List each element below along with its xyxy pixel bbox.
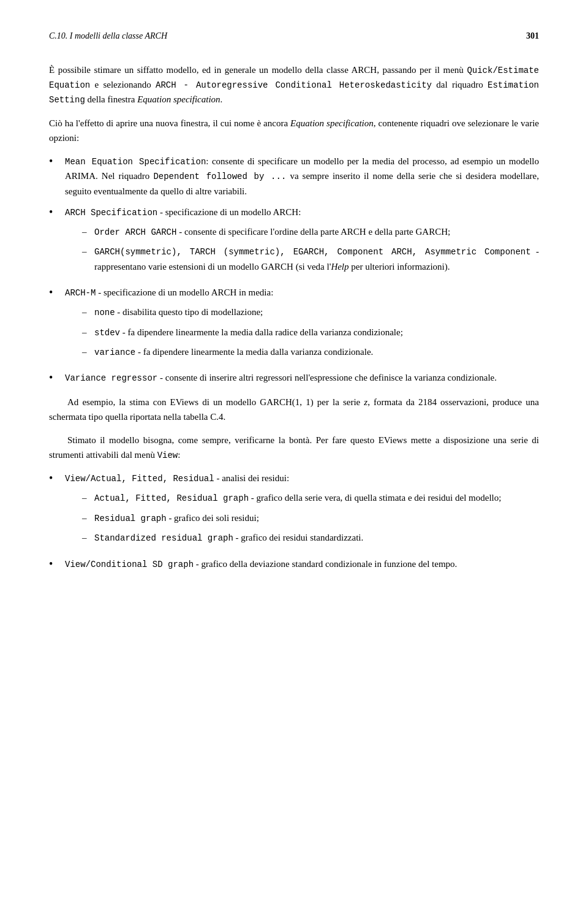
example-text-1: Ad esempio, la stima con EViews di un mo… bbox=[67, 397, 364, 407]
dash-icon-5: – bbox=[82, 344, 94, 359]
std-residual-text: - grafico dei residui standardizzati. bbox=[233, 533, 363, 542]
view-cond-sd-code: View/Conditional SD graph bbox=[65, 560, 194, 569]
dash-icon-8: – bbox=[82, 530, 94, 545]
arch-spec-sub-list: – Order ARCH GARCH - consente di specifi… bbox=[82, 224, 539, 274]
intro-code-2: ARCH - Autoregressive Conditional Hetero… bbox=[156, 80, 432, 90]
example-paragraph: Ad esempio, la stima con EViews di un mo… bbox=[49, 395, 539, 424]
bullet-icon-1: • bbox=[49, 154, 60, 169]
view-cond-sd-text: - grafico della deviazione standard cond… bbox=[194, 559, 457, 569]
view-cond-sd-content: View/Conditional SD graph - grafico dell… bbox=[65, 557, 539, 571]
dash-icon-7: – bbox=[82, 511, 94, 525]
sub-item-garch-types: – GARCH(symmetric), TARCH (symmetric), E… bbox=[82, 244, 539, 273]
stdev-text: - fa dipendere linearmente la media dall… bbox=[120, 327, 403, 337]
mean-eq-code2: Dependent followed by ... bbox=[153, 172, 286, 181]
list-item-arch-m: • ARCH-M - specificazione di un modello … bbox=[49, 285, 539, 365]
intro-text-3: dal riquadro bbox=[432, 80, 488, 89]
list-item-variance-reg: • Variance regressor - consente di inser… bbox=[49, 370, 539, 386]
arch-spec-text: - specificazione di un modello ARCH: bbox=[157, 207, 301, 217]
dash-icon-3: – bbox=[82, 305, 94, 319]
afr-graph-content: Actual, Fitted, Residual graph - grafico… bbox=[94, 490, 539, 505]
stimato-code: View bbox=[157, 450, 178, 460]
view-actual-code: View/Actual, Fitted, Residual bbox=[65, 474, 214, 484]
variance-reg-code: Variance regressor bbox=[65, 373, 157, 383]
header-page-number: 301 bbox=[526, 29, 539, 43]
sub-item-afr-graph: – Actual, Fitted, Residual graph - grafi… bbox=[82, 490, 539, 505]
arch-m-sub-list: – none - disabilita questo tipo di model… bbox=[82, 305, 539, 359]
second-italic: Equation specification bbox=[290, 118, 374, 128]
main-bullet-list: • Mean Equation Specification: consente … bbox=[49, 154, 539, 386]
residual-graph-code: Residual graph bbox=[94, 514, 167, 523]
arch-m-code: ARCH-M bbox=[65, 288, 96, 298]
bullet-icon-3: • bbox=[49, 285, 60, 300]
page-header: C.10. I modelli della classe ARCH 301 bbox=[49, 29, 539, 43]
list-item-arch-spec: • ARCH Specification - specificazione di… bbox=[49, 205, 539, 279]
view-bullet-list: • View/Actual, Fitted, Residual - analis… bbox=[49, 471, 539, 572]
view-actual-content: View/Actual, Fitted, Residual - analisi … bbox=[65, 471, 539, 550]
afr-graph-code: Actual, Fitted, Residual graph bbox=[94, 493, 249, 503]
bullet-icon-4: • bbox=[49, 370, 60, 386]
bullet-icon-2: • bbox=[49, 205, 60, 220]
list-item-mean-eq: • Mean Equation Specification: consente … bbox=[49, 154, 539, 199]
arch-m-content: ARCH-M - specificazione di un modello AR… bbox=[65, 285, 539, 365]
residual-graph-content: Residual graph - grafico dei soli residu… bbox=[94, 511, 539, 525]
intro-text-5: . bbox=[221, 94, 223, 104]
arch-spec-code: ARCH Specification bbox=[65, 208, 157, 218]
variance-reg-text: - consente di inserire altri regressori … bbox=[157, 373, 497, 382]
stimato-text-1: Stimato il modello bisogna, come sempre,… bbox=[49, 435, 539, 460]
list-item-view-cond-sd: • View/Conditional SD graph - grafico de… bbox=[49, 557, 539, 572]
std-residual-content: Standardized residual graph - grafico de… bbox=[94, 530, 539, 545]
sub-item-variance: – variance - fa dipendere linearmente la… bbox=[82, 344, 539, 359]
sub-item-residual-graph: – Residual graph - grafico dei soli resi… bbox=[82, 511, 539, 525]
dash-icon-1: – bbox=[82, 224, 94, 239]
none-content: none - disabilita questo tipo di modella… bbox=[94, 305, 539, 319]
second-paragraph: Ciò ha l'effetto di aprire una nuova fin… bbox=[49, 116, 539, 145]
sub-item-order: – Order ARCH GARCH - consente di specifi… bbox=[82, 224, 539, 239]
second-text-1: Ciò ha l'effetto di aprire una nuova fin… bbox=[49, 118, 290, 128]
intro-text-4: della finestra bbox=[85, 94, 137, 104]
intro-paragraph: È possibile stimare un siffatto modello,… bbox=[49, 63, 539, 107]
variance-reg-content: Variance regressor - consente di inserir… bbox=[65, 370, 539, 385]
dash-icon-2: – bbox=[82, 244, 94, 259]
main-content: È possibile stimare un siffatto modello,… bbox=[49, 63, 539, 572]
arch-spec-content: ARCH Specification - specificazione di u… bbox=[65, 205, 539, 279]
intro-text-2: e selezionando bbox=[90, 80, 156, 89]
dash-icon-4: – bbox=[82, 325, 94, 340]
variance-text: - fa dipendere linearmente la media dall… bbox=[135, 347, 373, 357]
residual-graph-text: - grafico dei soli residui; bbox=[167, 513, 259, 523]
variance-content: variance - fa dipendere linearmente la m… bbox=[94, 344, 539, 359]
stimato-text-2: : bbox=[178, 450, 180, 460]
header-chapter: C.10. I modelli della classe ARCH bbox=[49, 29, 167, 43]
bullet-icon-6: • bbox=[49, 557, 60, 572]
dash-icon-6: – bbox=[82, 490, 94, 505]
sub-item-stdev: – stdev - fa dipendere linearmente la me… bbox=[82, 325, 539, 340]
none-code: none bbox=[94, 308, 115, 317]
afr-graph-text: - grafico della serie vera, di quella st… bbox=[249, 493, 501, 503]
mean-eq-code: Mean Equation Specification bbox=[65, 157, 206, 167]
arch-m-text: - specificazione di un modello ARCH in m… bbox=[96, 287, 273, 297]
stdev-code: stdev bbox=[94, 328, 120, 338]
sub-item-std-residual: – Standardized residual graph - grafico … bbox=[82, 530, 539, 545]
sub-item-none: – none - disabilita questo tipo di model… bbox=[82, 305, 539, 319]
garch-help-italic: Help bbox=[331, 262, 349, 272]
bullet-icon-5: • bbox=[49, 471, 60, 486]
list-item-view-actual: • View/Actual, Fitted, Residual - analis… bbox=[49, 471, 539, 550]
garch-types-text2: per ulteriori informazioni). bbox=[349, 262, 450, 272]
std-residual-code: Standardized residual graph bbox=[94, 533, 233, 543]
view-actual-sub-list: – Actual, Fitted, Residual graph - grafi… bbox=[82, 490, 539, 545]
view-actual-text: - analisi dei residui: bbox=[214, 473, 289, 483]
stimato-paragraph: Stimato il modello bisogna, come sempre,… bbox=[49, 433, 539, 462]
mean-eq-content: Mean Equation Specification: consente di… bbox=[65, 154, 539, 199]
stdev-content: stdev - fa dipendere linearmente la medi… bbox=[94, 325, 539, 340]
page: C.10. I modelli della classe ARCH 301 È … bbox=[0, 0, 588, 920]
order-content: Order ARCH GARCH - consente di specifica… bbox=[94, 224, 539, 239]
garch-types-content: GARCH(symmetric), TARCH (symmetric), EGA… bbox=[94, 244, 539, 273]
intro-text-1: È possibile stimare un siffatto modello,… bbox=[49, 65, 467, 75]
garch-types-code: GARCH(symmetric), TARCH (symmetric), EGA… bbox=[94, 247, 531, 257]
variance-code: variance bbox=[94, 348, 135, 357]
order-text: - consente di specificare l'ordine della… bbox=[176, 227, 450, 237]
intro-italic: Equation specification bbox=[137, 94, 220, 104]
order-code: Order ARCH GARCH bbox=[94, 227, 176, 237]
none-text: - disabilita questo tipo di modellazione… bbox=[115, 307, 263, 317]
